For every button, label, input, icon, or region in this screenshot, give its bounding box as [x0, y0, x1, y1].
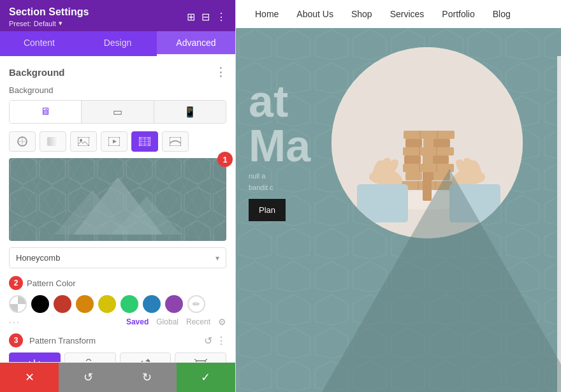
bg-content: at Ma null a bandit c Plan: [236, 28, 561, 392]
triangle-shape: [322, 169, 561, 392]
resize-icon[interactable]: ⊞: [187, 11, 195, 23]
svg-line-22: [205, 359, 207, 361]
swatch-orange[interactable]: [76, 295, 94, 313]
background-section-label: Background ⋮: [9, 65, 226, 79]
tab-design[interactable]: Design: [78, 31, 157, 56]
nav-link-services[interactable]: Services: [390, 9, 425, 19]
svg-rect-39: [404, 156, 421, 164]
panel-footer: ✕ ↺ ↻ ✓: [0, 362, 235, 392]
svg-rect-13: [170, 137, 181, 146]
swatch-purple[interactable]: [165, 295, 183, 313]
color-tab-recent[interactable]: Recent: [186, 317, 210, 326]
grid-icon[interactable]: ⊟: [201, 11, 210, 23]
device-mobile-btn[interactable]: 📱: [154, 101, 226, 123]
page-text-bandit: bandit c: [249, 184, 310, 191]
device-tablet-btn[interactable]: ▭: [82, 101, 154, 123]
svg-rect-41: [433, 156, 449, 164]
transform-label: 3 Pattern Transform: [9, 333, 96, 347]
bg-type-image-btn[interactable]: [70, 131, 97, 152]
nav-link-about[interactable]: About Us: [296, 9, 333, 19]
svg-rect-48: [404, 131, 455, 139]
svg-rect-47: [433, 139, 450, 147]
color-settings-gear-icon[interactable]: ⚙: [218, 317, 226, 327]
top-nav: Home About Us Shop Services Portfolio Bl…: [236, 0, 561, 28]
color-tabs-more-icon[interactable]: ···: [9, 317, 20, 327]
transform-icons: ↺ ⋮: [204, 335, 226, 347]
background-title: Background: [9, 67, 65, 78]
plan-button[interactable]: Plan: [249, 199, 286, 221]
svg-rect-42: [403, 147, 454, 156]
bg-type-mask-btn[interactable]: [162, 131, 189, 152]
page-text-null: null a: [249, 172, 310, 180]
transform-flip-h-btn[interactable]: [9, 352, 61, 362]
transform-rotate-btn[interactable]: [120, 352, 171, 362]
dropdown-arrow-icon: ▾: [209, 254, 226, 263]
swatch-green[interactable]: [120, 295, 138, 313]
panel-preset: Preset: Default ▾: [9, 19, 89, 27]
more-icon[interactable]: ⋮: [216, 11, 226, 23]
tab-content[interactable]: Content: [0, 31, 78, 56]
device-desktop-btn[interactable]: 🖥: [10, 101, 82, 123]
preset-label: Preset:: [9, 20, 31, 27]
svg-rect-45: [405, 139, 422, 147]
nav-link-blog[interactable]: Blog: [493, 9, 511, 19]
header-icons: ⊞ ⊟ ⋮: [187, 11, 226, 23]
cancel-button[interactable]: ✕: [0, 363, 59, 392]
color-tab-saved[interactable]: Saved: [126, 317, 149, 326]
swatch-transparent[interactable]: [9, 295, 27, 313]
page-text-ma: Ma: [249, 124, 310, 168]
reset-button[interactable]: ↺: [59, 363, 117, 392]
pattern-dropdown-input[interactable]: [10, 248, 209, 268]
svg-rect-1: [47, 137, 59, 146]
bg-type-pattern-btn[interactable]: [131, 131, 158, 152]
bg-type-color-btn[interactable]: [9, 131, 36, 152]
transform-reset-icon[interactable]: ↺: [204, 335, 212, 347]
pattern-dropdown[interactable]: ▾: [9, 247, 226, 268]
bg-preview: [9, 158, 226, 241]
badge-1: 1: [217, 152, 233, 167]
bg-type-video-btn[interactable]: [101, 131, 127, 152]
transform-buttons: [9, 352, 226, 362]
nav-link-shop[interactable]: Shop: [351, 9, 372, 19]
bg-type-gradient-btn[interactable]: [40, 131, 66, 152]
swatch-red[interactable]: [54, 295, 71, 313]
tab-advanced[interactable]: Advanced: [157, 31, 235, 56]
swatch-blue[interactable]: [143, 295, 161, 313]
page-text: at Ma null a bandit c Plan: [249, 79, 310, 221]
bg-type-selector: [9, 131, 226, 152]
panel-header: Section Settings Preset: Default ▾ ⊞ ⊟ ⋮: [0, 0, 235, 31]
pattern-color-label: 2 Pattern Color: [9, 276, 226, 290]
section-more-icon[interactable]: ⋮: [215, 65, 226, 79]
save-button[interactable]: ✓: [177, 363, 235, 392]
badge-3: 3: [9, 333, 23, 347]
pattern-transform-row: 3 Pattern Transform ↺ ⋮: [9, 333, 226, 347]
redo-button[interactable]: ↻: [118, 363, 177, 392]
panel-tabs: Content Design Advanced: [0, 31, 235, 56]
svg-marker-19: [145, 359, 150, 361]
nav-link-home[interactable]: Home: [255, 9, 279, 19]
background-label: Background: [9, 85, 226, 95]
svg-marker-5: [113, 140, 117, 143]
panel-body: Background ⋮ Background 🖥 ▭ 📱: [0, 56, 235, 362]
device-selector: 🖥 ▭ 📱: [9, 100, 226, 124]
panel-title: Section Settings: [9, 6, 89, 18]
svg-line-21: [194, 359, 196, 361]
swatch-black[interactable]: [31, 295, 49, 313]
page-text-at: at: [249, 79, 310, 124]
swatch-custom-pen[interactable]: ✏: [187, 295, 205, 313]
nav-link-portfolio[interactable]: Portfolio: [442, 9, 474, 19]
transform-scale-btn[interactable]: [175, 352, 226, 362]
color-swatches: ✏: [9, 295, 226, 313]
bg-preview-wrap: 1: [9, 158, 226, 241]
color-tabs: ··· Saved Global Recent ⚙: [9, 317, 226, 327]
badge-2: 2: [9, 276, 23, 290]
color-tab-global[interactable]: Global: [156, 317, 178, 326]
swatch-yellow[interactable]: [98, 295, 116, 313]
settings-panel: Section Settings Preset: Default ▾ ⊞ ⊟ ⋮…: [0, 0, 236, 392]
main-content: Home About Us Shop Services Portfolio Bl…: [236, 0, 561, 392]
preset-value: Default: [34, 20, 56, 27]
preset-chevron-icon[interactable]: ▾: [59, 19, 62, 27]
transform-more-icon[interactable]: ⋮: [216, 335, 226, 347]
transform-flip-v-btn[interactable]: [64, 352, 116, 362]
